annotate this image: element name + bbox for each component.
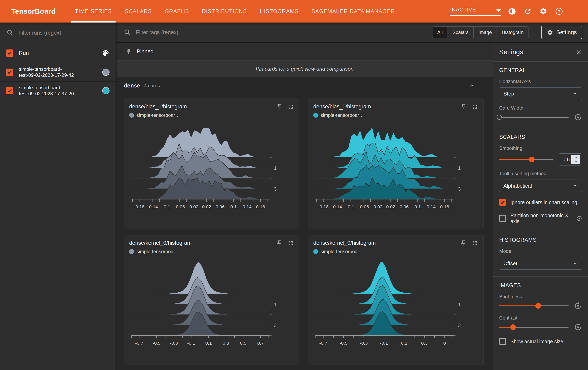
fullscreen-icon[interactable] [288,240,294,246]
header-settings-button[interactable] [539,7,548,16]
tooltip-sorting-label: Tooltip sorting method [499,171,582,176]
section-heading: IMAGES [499,282,582,289]
show-actual-size-checkbox[interactable] [499,338,506,345]
run-row-1[interactable]: simple-tensorboard- test-09-02-2023-17-2… [0,63,116,82]
status-value: INACTIVE [450,7,476,13]
svg-text:-0.02: -0.02 [188,204,198,209]
card-title: dense/bias_0/histogram [129,104,271,110]
check-icon [500,199,505,205]
select-all-runs-checkbox[interactable] [6,49,13,57]
chevron-down-icon [572,91,578,97]
svg-text:-0.06: -0.06 [358,204,369,209]
svg-text:1: 1 [458,165,461,171]
tag-group-header-dense[interactable]: dense 4 cards [116,77,493,94]
partition-x-axis-checkbox[interactable] [499,215,506,222]
show-actual-size-row[interactable]: Show actual image size [499,338,582,345]
ignore-outliers-checkbox[interactable] [499,199,506,206]
contrast-slider[interactable] [499,323,569,331]
svg-text:-0.3: -0.3 [170,340,178,346]
search-icon [124,29,131,36]
svg-text:-0.1: -0.1 [346,204,354,209]
refresh-button[interactable] [523,7,532,16]
settings-panel-title: Settings [499,48,523,56]
tab-scalars[interactable]: SCALARS [118,0,158,22]
number-stepper[interactable] [571,155,580,164]
fullscreen-icon[interactable] [288,104,294,110]
slider-thumb[interactable] [497,115,502,120]
smoothing-number-input[interactable]: 0.6 [559,153,582,165]
palette-icon[interactable] [102,49,110,57]
tags-toolbar: All Scalars Image Histogram Settings [116,22,588,43]
tags-filter-row [124,29,426,36]
pin-card-icon[interactable] [276,104,282,110]
run-color-swatch[interactable] [102,69,110,76]
run-color-swatch[interactable] [102,87,110,94]
card-legend: simple-tensorboar… [313,249,478,254]
chip-histogram[interactable]: Histogram [497,27,528,38]
slider-thumb[interactable] [529,157,535,162]
header-actions: INACTIVE [450,7,588,16]
card-title: dense/kernel_0/histogram [129,240,271,246]
tab-sagemaker-data-manager[interactable]: SAGEMAKER DATA MANAGER [305,0,401,22]
settings-section-images: IMAGES Brightness Contrast [493,277,588,352]
chip-scalars[interactable]: Scalars [448,27,473,38]
settings-section-general: GENERAL Horizontal Axis Step Card Width [493,62,588,128]
svg-text:?: ? [578,217,580,220]
check-icon [7,50,12,56]
brightness-slider[interactable] [499,302,569,310]
close-icon[interactable] [575,49,582,55]
help-button[interactable]: ? [555,7,564,16]
pin-card-icon[interactable] [276,240,282,246]
runs-filter-input[interactable] [18,30,109,36]
open-settings-button[interactable]: Settings [541,26,582,39]
ridgeline-histogram-chart[interactable]: -0.18-0.14-0.1-0.06-0.020.020.060.10.140… [313,119,478,213]
ridgeline-histogram-chart[interactable]: -0.18-0.14-0.1-0.06-0.020.020.060.10.140… [129,119,294,213]
ignore-outliers-row[interactable]: Ignore outliers in chart scaling [499,199,582,206]
tab-graphs[interactable]: GRAPHS [158,0,195,22]
chip-image[interactable]: Image [473,27,497,38]
reset-icon[interactable] [574,323,582,331]
tab-histograms[interactable]: HISTOGRAMS [253,0,305,22]
reset-icon[interactable] [574,113,582,121]
section-heading: GENERAL [499,67,582,73]
run-name: simple-tensorboard- test-09-02-2023-17-2… [19,66,97,78]
legend-run-label: simple-tensorboar… [321,249,364,254]
contrast-label: Contrast [499,315,582,321]
pin-card-icon[interactable] [460,104,466,110]
partition-x-axis-row[interactable]: Partition non-monotonic X axis ? [499,213,582,224]
fullscreen-icon[interactable] [472,240,478,246]
reload-status-dropdown[interactable]: INACTIVE [450,7,501,16]
card-width-label: Card Width [499,105,582,111]
gear-icon [539,7,547,15]
pin-card-icon[interactable] [460,240,466,246]
slider-thumb[interactable] [535,303,541,309]
tab-distributions[interactable]: DISTRIBUTIONS [196,0,253,22]
tooltip-sorting-dropdown[interactable]: Alphabetical [499,180,582,192]
svg-text:0.18: 0.18 [440,204,449,209]
tab-time-series[interactable]: TIME SERIES [69,0,118,22]
run-checkbox[interactable] [6,87,13,94]
ridgeline-histogram-chart[interactable]: -0.7-0.5-0.3-0.10.10.3013 [313,255,478,350]
card-width-slider[interactable] [499,113,569,121]
legend-run-label: simple-tensorboar… [321,112,364,118]
tags-filter-input[interactable] [136,29,426,36]
reset-icon[interactable] [574,302,582,310]
svg-text:0.5: 0.5 [240,340,246,346]
svg-text:0.1: 0.1 [401,340,407,346]
smoothing-slider[interactable] [499,155,553,163]
app-logo: TensorBoard [11,7,56,15]
horizontal-axis-dropdown[interactable]: Step [499,87,582,100]
run-checkbox[interactable] [6,69,13,76]
svg-text:-0.5: -0.5 [153,340,161,346]
ridgeline-histogram-chart[interactable]: -0.7-0.5-0.3-0.10.10.30.50.713 [129,255,294,350]
run-row-2[interactable]: simple-tensorboard- test-09-02-2023-17-3… [0,82,116,100]
histogram-mode-dropdown[interactable]: Offset [499,257,582,270]
fullscreen-icon[interactable] [472,104,478,110]
run-color-dot [313,113,318,118]
brightness-toggle-button[interactable] [508,7,516,16]
help-icon[interactable]: ? [577,215,582,221]
chip-all[interactable]: All [432,27,448,38]
pinned-empty-banner: Pin cards for a quick view and compariso… [116,60,493,77]
collapse-chevron-up-icon[interactable] [468,82,475,89]
slider-thumb[interactable] [510,324,516,330]
